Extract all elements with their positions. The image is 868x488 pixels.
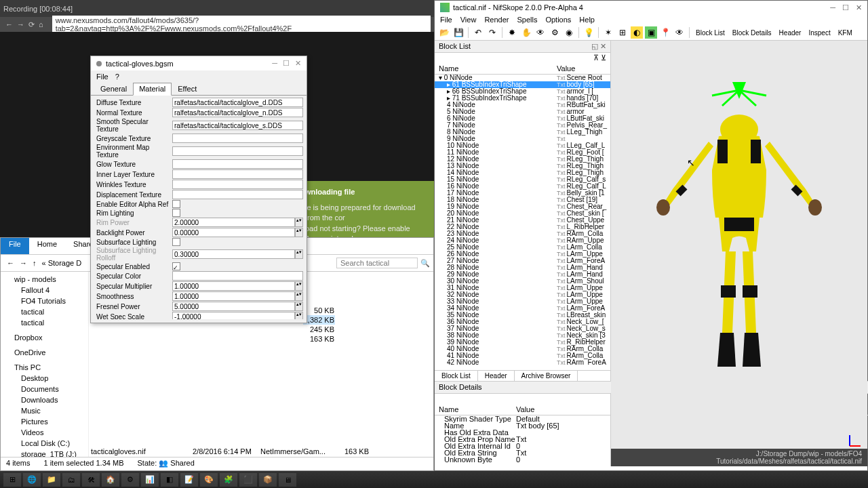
tree-item[interactable]: storage_1TB (J:) xyxy=(1,449,88,457)
file-row[interactable]: tacticalgloves.nif 2/8/2016 6:14 PM NetI… xyxy=(91,447,369,456)
home-icon[interactable]: ⌂ xyxy=(39,20,43,28)
subsurface-checkbox[interactable] xyxy=(172,238,180,246)
col-value[interactable]: Value xyxy=(557,64,610,73)
taskbar-app[interactable]: ⬛ xyxy=(239,473,257,487)
search-input[interactable] xyxy=(336,258,418,268)
block-row[interactable]: 6 NiNodeTxtLButtFat_ski xyxy=(435,115,610,122)
backlight-input[interactable] xyxy=(172,228,295,237)
undock-icon[interactable]: ◱ xyxy=(591,42,598,51)
expand-icon[interactable]: ⊻ xyxy=(601,54,606,62)
block-list[interactable]: ⊼ ⊻ Name Value ▾ 0 NiNodeTxtScene Root▸ … xyxy=(435,53,610,370)
block-row[interactable]: 5 NiNodeTxtarmor xyxy=(435,108,610,115)
minimize-icon[interactable]: ─ xyxy=(272,59,277,68)
save-icon[interactable]: 💾 xyxy=(452,26,465,39)
taskbar-app[interactable]: 📁 xyxy=(43,473,60,487)
tree-item[interactable]: Pictures xyxy=(1,416,88,427)
block-row[interactable]: 9 NiNodeTxt xyxy=(435,136,610,142)
tab-home[interactable]: Home xyxy=(29,238,65,254)
block-row[interactable]: 15 NiNodeTxtRLeg_Calf_s xyxy=(435,176,610,183)
tree-item[interactable]: Documents xyxy=(1,384,88,394)
taskbar-app[interactable]: 📝 xyxy=(180,473,198,487)
block-row[interactable]: 26 NiNodeTxtLArm_Uppe xyxy=(435,251,610,258)
taskbar-app[interactable]: 🗂 xyxy=(62,473,80,487)
maximize-icon[interactable]: ☐ xyxy=(283,59,290,68)
subsurface-rolloff-input[interactable] xyxy=(172,249,295,259)
taskbar-app[interactable]: 🏠 xyxy=(102,473,119,487)
block-row[interactable]: 33 NiNodeTxtLArm_Uppe xyxy=(435,298,610,305)
tree-item[interactable]: Desktop xyxy=(1,373,88,384)
block-row[interactable]: 40 NiNodeTxtRArm_Colla xyxy=(435,346,610,352)
3d-viewport[interactable]: ↖ J:/Storage Dump/wip - models/FO4 Tutor… xyxy=(611,41,867,466)
collapse-icon[interactable]: ⊼ xyxy=(593,54,599,62)
block-row[interactable]: 39 NiNodeTxtR_RibHelper xyxy=(435,339,610,346)
marker-icon[interactable]: 📍 xyxy=(659,26,671,39)
tab-blocklist[interactable]: Block List xyxy=(435,371,478,381)
close-icon[interactable]: ✕ xyxy=(295,59,301,68)
tool-icon[interactable]: ✸ xyxy=(506,26,518,39)
spinner[interactable]: ▴▾ xyxy=(295,291,303,301)
menu-options[interactable]: Options xyxy=(545,16,571,24)
start-button[interactable]: ⊞ xyxy=(3,473,21,487)
undo-icon[interactable]: ↶ xyxy=(472,26,484,39)
smooth-input[interactable] xyxy=(172,121,303,130)
block-row[interactable]: 25 NiNodeTxtLArm_Colla xyxy=(435,244,610,251)
block-row[interactable]: 19 NiNodeTxtChest_Rear_ xyxy=(435,203,610,210)
block-row[interactable]: ▸ 61 BSSubIndexTriShapeTxtbody [65] xyxy=(435,81,610,88)
tool-icon[interactable]: ✋ xyxy=(520,26,532,39)
tb-header[interactable]: Header xyxy=(776,29,804,37)
tb-inspect[interactable]: Inspect xyxy=(806,29,833,37)
tab-effect[interactable]: Effect xyxy=(172,83,203,95)
spinner[interactable]: ▴▾ xyxy=(295,312,303,319)
light-icon[interactable]: 💡 xyxy=(583,26,595,39)
tab-header[interactable]: Header xyxy=(478,371,515,381)
taskbar-app[interactable]: 📦 xyxy=(259,473,277,487)
tree-item[interactable]: Local Disk (C:) xyxy=(1,438,88,449)
tb-blockdetails[interactable]: Block Details xyxy=(730,29,774,37)
tree-item[interactable]: Downloads xyxy=(1,394,88,405)
envmap-input[interactable] xyxy=(172,146,303,156)
specular-checkbox[interactable] xyxy=(172,262,180,270)
taskbar-app[interactable]: 🖥 xyxy=(279,473,296,487)
tab-archive[interactable]: Archive Browser xyxy=(515,371,578,381)
block-row[interactable]: 42 NiNodeTxtRArm_ForeA xyxy=(435,359,610,365)
forward-button[interactable]: → xyxy=(17,259,30,267)
block-row[interactable]: 36 NiNodeTxtNeck_Low_[ xyxy=(435,319,610,325)
grid-icon[interactable]: ⊞ xyxy=(616,26,629,39)
close-icon[interactable]: ✕ xyxy=(600,42,606,51)
wetspec-input[interactable] xyxy=(172,312,295,319)
block-row[interactable]: 28 NiNodeTxtLArm_Hand xyxy=(435,264,610,271)
tree-item[interactable]: Videos xyxy=(1,427,88,438)
search-icon[interactable]: 🔍 xyxy=(420,259,430,268)
tool-icon[interactable]: ▣ xyxy=(645,26,657,39)
menu-view[interactable]: View xyxy=(460,16,477,24)
block-row[interactable]: 8 NiNodeTxtLLeg_Thigh xyxy=(435,129,610,136)
block-row[interactable]: 35 NiNodeTxtLBreast_skin xyxy=(435,312,610,319)
block-row[interactable]: 13 NiNodeTxtRLeg_Thigh xyxy=(435,163,610,169)
taskbar-app[interactable]: ◧ xyxy=(161,473,178,487)
block-row[interactable]: ▸ 66 BSSubIndexTriShapeTxtarmor_l [ xyxy=(435,88,610,95)
col-name[interactable]: Name xyxy=(435,64,557,73)
folder-tree[interactable]: wip - models Fallout 4 FO4 Tutorials tac… xyxy=(1,272,89,457)
spinner[interactable]: ▴▾ xyxy=(295,228,303,237)
menu-help[interactable]: ? xyxy=(115,73,119,81)
tab-file[interactable]: File xyxy=(1,238,29,254)
taskbar-app[interactable]: 🌐 xyxy=(23,473,41,487)
block-row[interactable]: 31 NiNodeTxtLArm_Uppe xyxy=(435,285,610,291)
block-row[interactable]: 14 NiNodeTxtRLeg_Thigh xyxy=(435,169,610,176)
tool-icon[interactable]: ◐ xyxy=(631,26,643,39)
inner-input[interactable] xyxy=(172,169,303,179)
rimpower-input[interactable] xyxy=(172,218,295,227)
menu-file[interactable]: File xyxy=(96,73,108,81)
block-row[interactable]: 4 NiNodeTxtRButtFat_ski xyxy=(435,102,610,108)
block-row[interactable]: 22 NiNodeTxtL_RibHelper xyxy=(435,224,610,230)
greyscale-input[interactable] xyxy=(172,134,303,143)
back-icon[interactable]: ← xyxy=(5,20,13,28)
block-row[interactable]: 30 NiNodeTxtLArm_Shoul xyxy=(435,278,610,285)
fresnel-input[interactable] xyxy=(172,302,295,311)
tree-item[interactable]: Music xyxy=(1,405,88,416)
menu-file[interactable]: File xyxy=(440,16,452,24)
reload-icon[interactable]: ⟳ xyxy=(28,20,35,29)
alpha-checkbox[interactable] xyxy=(172,200,180,208)
forward-icon[interactable]: → xyxy=(17,20,24,28)
tab-general[interactable]: General xyxy=(94,83,133,95)
